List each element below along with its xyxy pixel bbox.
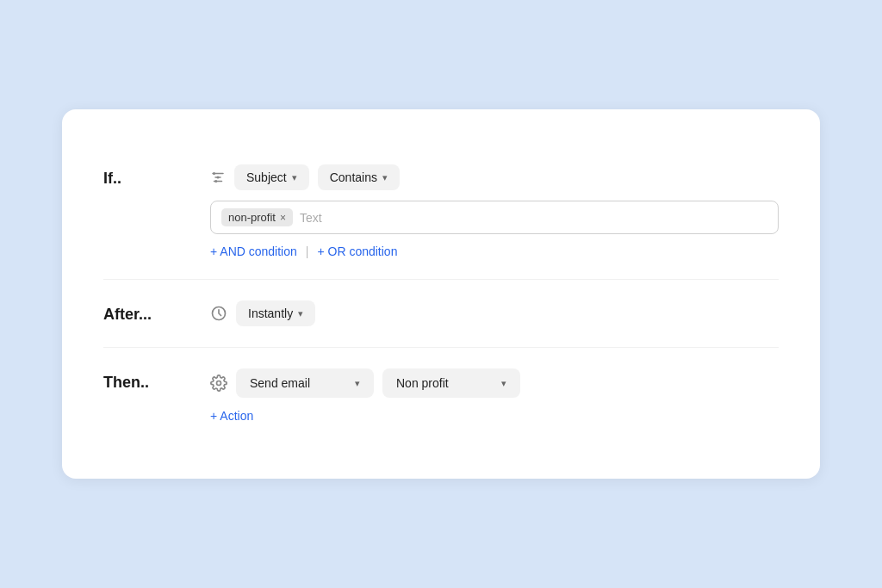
- then-top: Send email ▾ Non profit ▾: [210, 368, 779, 398]
- after-content: Instantly ▾: [210, 300, 779, 326]
- if-row: If.. Subject ▾: [103, 144, 779, 280]
- if-label: If..: [103, 164, 189, 188]
- svg-point-5: [214, 180, 217, 183]
- contains-dropdown-label: Contains: [330, 170, 377, 184]
- if-content: Subject ▾ Contains ▾ non-profit × Text +…: [210, 164, 779, 258]
- then-row: Then.. Send email ▾ Non profit ▾: [103, 348, 779, 444]
- add-action-row: + Action: [210, 408, 779, 424]
- text-input-placeholder: Text: [300, 211, 767, 225]
- tag-close-icon[interactable]: ×: [280, 213, 286, 223]
- and-condition-link[interactable]: + AND condition: [210, 244, 297, 258]
- contains-chevron-icon: ▾: [382, 172, 388, 183]
- after-label: After...: [103, 300, 189, 324]
- if-top: Subject ▾ Contains ▾: [210, 164, 779, 190]
- send-email-dropdown-label: Send email: [250, 376, 310, 390]
- then-label: Then..: [103, 368, 189, 392]
- or-condition-link[interactable]: + OR condition: [317, 244, 397, 258]
- svg-point-4: [217, 176, 220, 179]
- send-email-chevron-icon: ▾: [355, 378, 360, 389]
- instantly-dropdown-label: Instantly: [248, 306, 293, 320]
- clock-icon: [210, 305, 227, 322]
- send-email-dropdown[interactable]: Send email ▾: [236, 368, 374, 398]
- non-profit-dropdown[interactable]: Non profit ▾: [382, 368, 520, 398]
- then-content: Send email ▾ Non profit ▾ + Action: [210, 368, 779, 424]
- subject-dropdown[interactable]: Subject ▾: [234, 164, 309, 190]
- conditions-row: + AND condition | + OR condition: [210, 244, 779, 258]
- non-profit-chevron-icon: ▾: [501, 378, 506, 389]
- tag-text: non-profit: [228, 211, 276, 224]
- main-card: If.. Subject ▾: [62, 109, 820, 479]
- add-action-link[interactable]: + Action: [210, 409, 253, 423]
- gear-icon: [210, 374, 227, 392]
- non-profit-dropdown-label: Non profit: [396, 376, 449, 390]
- svg-point-7: [217, 381, 221, 386]
- tag-non-profit: non-profit ×: [221, 208, 293, 226]
- contains-dropdown[interactable]: Contains ▾: [318, 164, 400, 190]
- instantly-dropdown[interactable]: Instantly ▾: [236, 300, 315, 326]
- after-row: After... Instantly ▾: [103, 280, 779, 348]
- condition-text-input[interactable]: non-profit × Text: [210, 201, 779, 234]
- sliders-icon: [210, 170, 226, 185]
- subject-dropdown-label: Subject: [246, 170, 287, 184]
- instantly-chevron-icon: ▾: [298, 308, 303, 319]
- condition-separator: |: [306, 244, 309, 258]
- svg-point-3: [213, 172, 215, 175]
- after-top: Instantly ▾: [210, 300, 779, 326]
- subject-chevron-icon: ▾: [292, 172, 297, 183]
